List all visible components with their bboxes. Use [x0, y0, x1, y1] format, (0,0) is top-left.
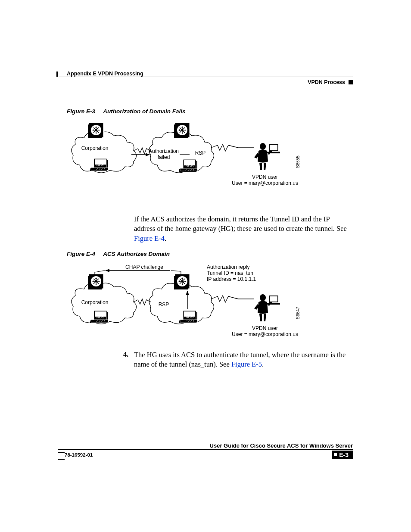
step-4-para-end: .: [262, 360, 264, 368]
svg-text:IP address = 10.1.1.1: IP address = 10.1.1.1: [207, 276, 256, 282]
svg-line-31: [95, 271, 105, 272]
svg-text:ACS: ACS: [97, 163, 105, 167]
svg-text:S6655: S6655: [296, 156, 300, 168]
step-4-text: The HG uses its ACS to authenticate the …: [134, 350, 351, 370]
header-rule: [58, 77, 353, 77]
para-text-end: .: [165, 234, 166, 243]
paragraph-after-e3: If the ACS authorizes the domain, it ret…: [134, 215, 351, 243]
svg-text:VPDN user: VPDN user: [252, 325, 278, 331]
figure-e3-label: Figure E-3: [67, 108, 95, 115]
link-figure-e4[interactable]: Figure E-4: [134, 234, 165, 243]
footer-guide: User Guide for Cisco Secure ACS for Wind…: [210, 442, 353, 449]
svg-text:VPDN user: VPDN user: [252, 174, 278, 180]
svg-text:User = mary@corporation.us: User = mary@corporation.us: [232, 331, 298, 337]
svg-text:RSP: RSP: [195, 150, 206, 156]
svg-text:Corporation: Corporation: [81, 145, 109, 151]
svg-text:CHAP challenge: CHAP challenge: [125, 264, 163, 270]
header-appendix: Appendix E VPDN Processing: [67, 71, 143, 77]
figure-e4-label: Figure E-4: [67, 251, 95, 257]
svg-text:Authorization: Authorization: [149, 148, 179, 154]
footer-docnum-mark: [58, 452, 65, 460]
svg-text:User = mary@corporation.us: User = mary@corporation.us: [232, 180, 298, 186]
figure-e3-title: Authorization of Domain Fails: [103, 108, 185, 115]
figure-e3-caption: Figure E-3 Authorization of Domain Fails: [67, 108, 186, 115]
svg-text:failed: failed: [158, 154, 170, 160]
figure-e4-caption: Figure E-4 ACS Authorizes Domain: [67, 251, 170, 257]
header-mark: [56, 72, 58, 77]
document-page: Appendix E VPDN Processing VPDN Process …: [0, 0, 411, 532]
footer-pagenum: E-3: [332, 451, 353, 459]
figure-e4-diagram: Corporation ACS RSP ACS CHAP challenge A…: [67, 261, 308, 341]
figure-e3-diagram: Corporation ACS Authorization failed RSP…: [67, 118, 308, 190]
footer-rule: [58, 449, 353, 450]
svg-text:RSP: RSP: [159, 302, 169, 308]
header-end-mark: [349, 80, 353, 84]
svg-text:Tunnel ID = nas_tun: Tunnel ID = nas_tun: [207, 270, 253, 276]
para-text: If the ACS authorizes the domain, it ret…: [134, 215, 347, 233]
step-4-number: 4.: [123, 350, 128, 359]
svg-text:Authorization reply: Authorization reply: [207, 264, 249, 270]
footer-docnum: 78-16592-01: [65, 452, 93, 457]
link-figure-e5[interactable]: Figure E-5: [231, 360, 262, 368]
svg-text:ACS: ACS: [97, 315, 105, 319]
svg-text:ACS: ACS: [186, 164, 194, 168]
svg-line-34: [171, 271, 181, 271]
svg-text:S6647: S6647: [296, 307, 300, 319]
header-section: VPDN Process: [308, 79, 345, 85]
svg-text:ACS: ACS: [186, 315, 194, 319]
figure-e4-title: ACS Authorizes Domain: [103, 251, 170, 257]
svg-text:Corporation: Corporation: [81, 299, 109, 305]
